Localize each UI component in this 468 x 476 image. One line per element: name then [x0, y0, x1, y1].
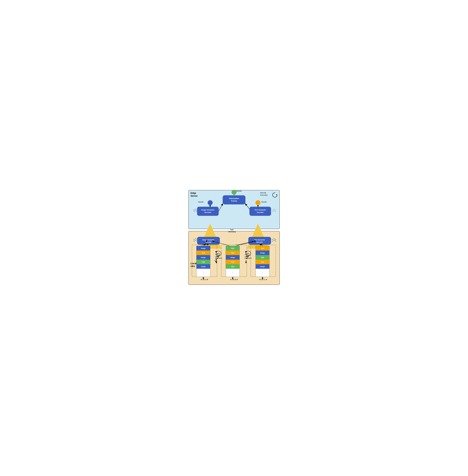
ue-a-label: ◄ UE A ►: [200, 278, 208, 280]
image-decoder-box: [197, 207, 219, 216]
circle-blue-left: [208, 200, 213, 205]
ue-a-task-2: Text: [202, 252, 205, 254]
local-exec-b-label2: Execution: [245, 257, 252, 259]
results-left-label: Results: [198, 201, 204, 203]
ue-c-task-2: Image: [260, 252, 265, 254]
information-fusion-box: [223, 195, 246, 204]
information-fusion-text2: Fusion: [231, 200, 237, 202]
ue-b-task-5: VQA: [231, 266, 234, 267]
image-encoder-text: Image Semantic: [202, 239, 215, 241]
text-decoder-text2: Decoder: [257, 211, 263, 213]
ue-b-dots: ⋮: [232, 271, 234, 274]
ue-b-task-3: Image: [230, 257, 235, 258]
ue-c-label: ◄ UE C ►: [259, 278, 267, 280]
ue-a-task-3: Image: [201, 257, 205, 258]
circle-yellow-right: [255, 200, 261, 205]
ue-c-dots: ⋮: [261, 271, 264, 274]
ue-a-task-1: Image: [201, 247, 205, 249]
local-ues-label2: UEs: [190, 265, 195, 267]
information-fusion-text: Information: [229, 198, 239, 199]
ue-a-task-5: Image: [201, 266, 205, 267]
remote-execution-label2: Execution: [260, 194, 268, 196]
text-encoder-box: [248, 237, 271, 245]
ue-b-label: ◄ UE B ►: [230, 278, 238, 280]
ue-b-task-1: VQA: [231, 247, 234, 249]
ue-a-dots: ⋮: [202, 271, 205, 274]
ue-c-task-4: Text: [261, 261, 264, 263]
edge-server-label2: Server: [190, 195, 198, 197]
results-right-label: Results: [261, 201, 267, 203]
diagram-container: Edge Server Remote Execution Information…: [187, 189, 281, 287]
text-decoder-text: Text Semantic: [254, 209, 266, 211]
ue-b-task-4: Text: [231, 261, 234, 263]
task-offloading-label2: Offloading: [228, 231, 235, 233]
remote-execution-label: Remote: [260, 192, 266, 194]
ue-a-task-4: VQA: [202, 261, 205, 263]
text-encoder-text: Text Semantic: [254, 239, 265, 241]
text-encoder-text2: Encoder: [256, 241, 263, 243]
image-decoder-text2: Decoder: [204, 211, 211, 213]
local-ues-label: Local: [190, 262, 196, 265]
task-offloading-label: Task: [230, 229, 234, 231]
results-top-label: Results: [236, 190, 242, 192]
ue-b-task-2: Text: [231, 252, 234, 254]
image-encoder-box: [197, 237, 220, 245]
edge-server-label: Edge: [190, 192, 196, 194]
ue-c-task-1: Text: [261, 247, 264, 249]
ue-c-task-5: Image: [260, 266, 265, 267]
ue-c-task-3: VQA: [261, 257, 264, 258]
circle-green-top: [232, 190, 236, 195]
local-exec-a-label2: Execution: [215, 257, 222, 259]
image-decoder-text: Image Semantic: [201, 209, 214, 211]
text-decoder-box: [249, 207, 271, 216]
